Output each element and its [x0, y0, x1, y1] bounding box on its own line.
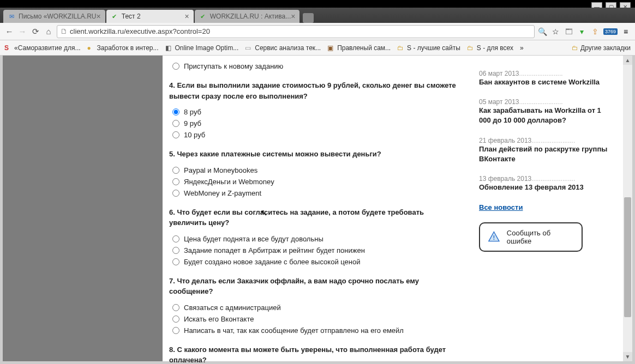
- option[interactable]: Связаться с администрацией: [169, 304, 460, 312]
- scroll-thumb[interactable]: [624, 197, 631, 317]
- news-title: Обновление 13 февраля 2013: [479, 183, 613, 192]
- tab-title: Письмо «WORKZILLA.RU: [19, 13, 97, 20]
- question-7: 7. Что делать если Заказчик оффлайн, а в…: [169, 276, 460, 335]
- news-item[interactable]: 21 февраль 2013 План действий по раскрут…: [479, 137, 613, 164]
- content: Приступать к новому заданию 4. Если вы в…: [163, 56, 623, 361]
- radio-input[interactable]: [172, 327, 179, 334]
- option[interactable]: Приступать к новому заданию: [169, 62, 460, 70]
- scroll-up-icon[interactable]: ▲: [623, 56, 632, 65]
- option-label: Написать в чат, так как сообщение будет …: [184, 326, 404, 335]
- radio-input[interactable]: [172, 178, 179, 185]
- down-arrow-icon[interactable]: ▾: [577, 27, 587, 37]
- radio-input[interactable]: [172, 131, 179, 138]
- question-text: 6. Что будет если вы согласитесь на зада…: [169, 207, 460, 228]
- check-icon: ✔: [199, 13, 207, 20]
- all-news-link[interactable]: Все новости: [479, 203, 523, 211]
- tab-1[interactable]: ✔ Тест 2 ×: [106, 10, 194, 23]
- check-icon: ✔: [111, 13, 118, 20]
- question-text: 7. Что делать если Заказчик оффлайн, а в…: [169, 276, 460, 297]
- option[interactable]: Paypal и Moneybookes: [169, 166, 460, 174]
- option[interactable]: Искать его Вконтакте: [169, 315, 460, 323]
- bookmark-item[interactable]: ●Заработок в интер...: [87, 44, 159, 52]
- mail-icon: ✉: [8, 13, 15, 20]
- tab-0[interactable]: ✉ Письмо «WORKZILLA.RU ×: [3, 10, 105, 23]
- overflow-chevron-icon[interactable]: »: [520, 44, 524, 52]
- search-icon[interactable]: 🔍: [538, 27, 548, 37]
- option[interactable]: Написать в чат, так как сообщение будет …: [169, 326, 460, 335]
- scroll-down-icon[interactable]: ▼: [623, 352, 632, 361]
- bookmarks-bar: S«Саморазвитие для... ●Заработок в интер…: [0, 40, 635, 56]
- option[interactable]: Задание попадет в Арбитраж и рейтинг буд…: [169, 246, 460, 254]
- news-title: Бан аккаунтов в системе Workzilla: [479, 77, 613, 87]
- option-label: WebMoney и Z-payment: [184, 189, 261, 197]
- news-item[interactable]: 05 март 2013 Как зарабатывать на Workzil…: [479, 98, 613, 125]
- bookmark-item[interactable]: ▣Правленый сам...: [327, 44, 391, 52]
- radio-input[interactable]: [172, 63, 179, 70]
- scrollbar-vertical[interactable]: ▲ ▼: [623, 56, 632, 361]
- other-bookmarks[interactable]: 🗀Другие закладки: [572, 44, 631, 52]
- option-label: Связаться с администрацией: [184, 304, 281, 312]
- forward-icon[interactable]: →: [17, 27, 27, 37]
- option[interactable]: WebMoney и Z-payment: [169, 189, 460, 197]
- back-icon[interactable]: ←: [4, 27, 14, 37]
- option[interactable]: 8 руб: [169, 108, 460, 116]
- option[interactable]: Цена будет поднята и все будут довольны: [169, 235, 460, 243]
- media-icon[interactable]: 🗔: [564, 27, 574, 37]
- option-label: 8 руб: [184, 108, 201, 116]
- bookmark-label: Online Image Optim...: [175, 44, 239, 52]
- bookmark-label: Правленый сам...: [337, 44, 391, 52]
- news-title: План действий по раскрутке группы ВКонта…: [479, 144, 613, 164]
- bookmark-item[interactable]: ◧Online Image Optim...: [165, 44, 239, 52]
- bookmark-item[interactable]: ▭Сервис анализа тек...: [245, 44, 321, 52]
- site-icon: ▭: [245, 44, 253, 52]
- counter-badge[interactable]: 3769: [603, 28, 618, 35]
- tab-bar: ✉ Письмо «WORKZILLA.RU × ✔ Тест 2 × ✔ WO…: [0, 8, 635, 23]
- bookmark-label: Сервис анализа тек...: [255, 44, 321, 52]
- question-text: 5. Через какие платежные системы можно в…: [169, 149, 460, 160]
- bookmark-folder[interactable]: 🗀S - для всех: [467, 44, 513, 52]
- radio-input[interactable]: [172, 120, 179, 127]
- radio-input[interactable]: [172, 258, 179, 265]
- site-icon: ◧: [165, 44, 173, 52]
- news-item[interactable]: 13 февраль 2013 Обновление 13 февраля 20…: [479, 175, 613, 192]
- option-label: Задание попадет в Арбитраж и рейтинг буд…: [184, 246, 365, 254]
- option[interactable]: ЯндексДеньги и Webmoney: [169, 178, 460, 186]
- close-icon[interactable]: ×: [291, 12, 295, 21]
- reload-icon[interactable]: ⟳: [31, 27, 40, 37]
- radio-input[interactable]: [172, 247, 179, 254]
- radio-input[interactable]: [172, 235, 179, 242]
- warning-icon: !: [488, 230, 500, 244]
- share-icon[interactable]: ⇪: [590, 27, 600, 37]
- menu-icon[interactable]: ≡: [621, 27, 631, 37]
- option[interactable]: Будет создано новое задание с более высо…: [169, 258, 460, 266]
- option-label: Цена будет поднята и все будут довольны: [184, 235, 324, 243]
- url-input[interactable]: 🗋 client.workzilla.ru/executive.aspx?con…: [57, 25, 535, 38]
- bookmark-item[interactable]: S«Саморазвитие для...: [4, 44, 81, 52]
- new-tab-button[interactable]: [303, 13, 314, 23]
- radio-input[interactable]: [172, 304, 179, 311]
- option[interactable]: 9 руб: [169, 119, 460, 128]
- site-icon: ●: [87, 44, 95, 52]
- home-icon[interactable]: ⌂: [44, 27, 53, 37]
- question-text: 8. С какого момента вы можете быть увере…: [169, 344, 460, 365]
- extension-icons: 🔍 ☆ 🗔 ▾ ⇪ 3769 ≡: [538, 27, 631, 37]
- news-item[interactable]: 06 март 2013 Бан аккаунтов в системе Wor…: [479, 70, 613, 87]
- star-icon[interactable]: ☆: [551, 27, 561, 37]
- radio-input[interactable]: [172, 167, 179, 174]
- question-6: 6. Что будет если вы согласитесь на зада…: [169, 207, 460, 266]
- report-error-button[interactable]: ! Сообщить об ошибке: [479, 222, 583, 252]
- page-viewport: Приступать к новому заданию 4. Если вы в…: [3, 56, 623, 361]
- svg-text:!: !: [493, 234, 495, 241]
- radio-input[interactable]: [172, 190, 179, 197]
- close-icon[interactable]: ×: [97, 12, 101, 21]
- tab-2[interactable]: ✔ WORKZILLA.RU : Актива... ×: [195, 10, 300, 23]
- question-8: 8. С какого момента вы можете быть увере…: [169, 344, 460, 365]
- radio-input[interactable]: [172, 108, 179, 116]
- option[interactable]: 10 руб: [169, 131, 460, 139]
- radio-input[interactable]: [172, 316, 179, 323]
- nav-bar: ← → ⟳ ⌂ 🗋 client.workzilla.ru/executive.…: [0, 23, 635, 40]
- close-icon[interactable]: ×: [185, 12, 189, 21]
- site-icon: ▣: [327, 44, 335, 52]
- folder-icon: 🗀: [397, 44, 405, 52]
- bookmark-folder[interactable]: 🗀S - лучшие сайты: [397, 44, 460, 52]
